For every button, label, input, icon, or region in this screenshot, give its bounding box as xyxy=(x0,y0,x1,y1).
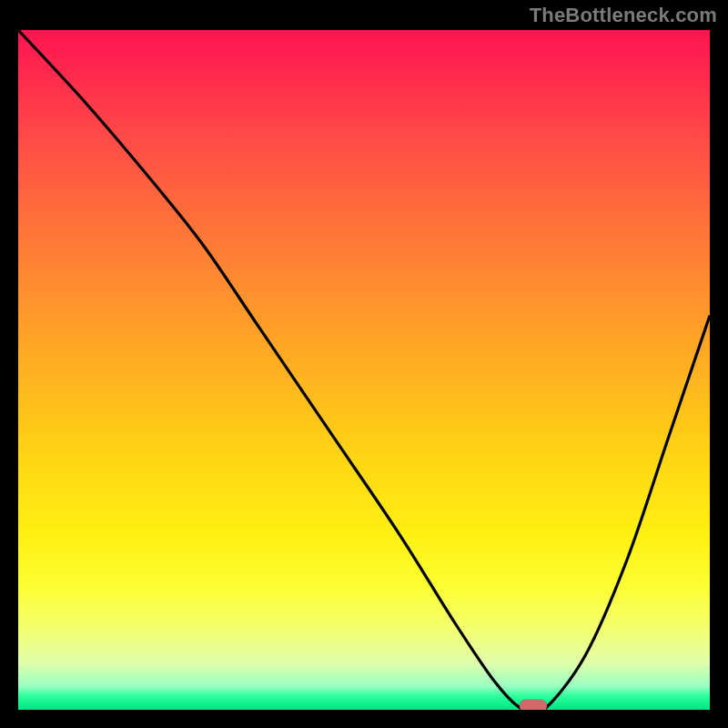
optimal-marker xyxy=(520,700,547,710)
plot-area xyxy=(18,30,710,710)
chart-root: TheBottleneck.com xyxy=(0,0,728,728)
bottleneck-curve xyxy=(18,30,710,710)
plot-frame xyxy=(18,30,710,710)
watermark-label: TheBottleneck.com xyxy=(530,4,717,27)
